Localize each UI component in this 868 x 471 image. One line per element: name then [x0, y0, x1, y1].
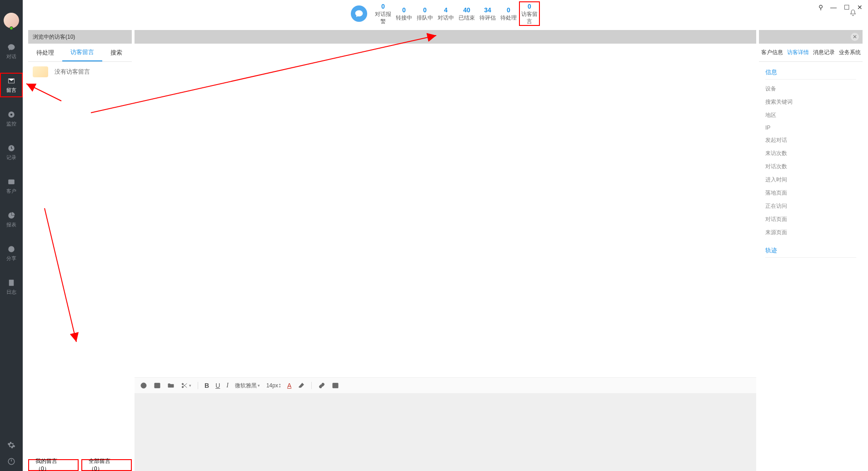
nav-label: 监控 — [6, 120, 16, 127]
nav-label: 日志 — [6, 289, 16, 296]
info-enter-time: 进入时间 — [765, 173, 856, 186]
nav-label: 客户 — [6, 188, 16, 195]
conversation-header — [135, 30, 756, 44]
share-icon — [7, 245, 15, 253]
font-name-select[interactable]: 微软雅黑▾ — [235, 382, 260, 390]
svg-rect-5 — [9, 280, 14, 286]
stat-queue[interactable]: 0排队中 — [414, 6, 435, 21]
editor-toolbar: ▾ B U I 微软雅黑▾ 14px▴▾ A — [135, 377, 756, 394]
conversation-body — [135, 44, 756, 377]
nav-customer[interactable]: 客户 — [0, 174, 23, 198]
info-source-page: 来源页面 — [765, 226, 856, 239]
nav-report[interactable]: 报表 — [0, 207, 23, 232]
stat-pending-eval[interactable]: 34待评估 — [477, 6, 498, 21]
info-start-chat: 发起对话 — [765, 134, 856, 147]
conversation-panel: ▾ B U I 微软雅黑▾ 14px▴▾ A — [135, 30, 756, 471]
tab-pending[interactable]: 待处理 — [28, 44, 62, 61]
svg-point-12 — [182, 383, 183, 385]
doc-icon — [7, 279, 15, 287]
nav-record[interactable]: 记录 — [0, 140, 23, 165]
nav-label: 报表 — [6, 221, 16, 228]
font-color-button[interactable]: A — [287, 382, 291, 389]
eraser-icon[interactable] — [298, 382, 305, 389]
visitor-panel: 浏览中的访客(10) 待处理 访客留言 搜索 没有访客留言 我的留言 （0） 全… — [28, 30, 132, 471]
bottom-tabs: 我的留言 （0） 全部留言 （0） — [28, 457, 132, 471]
chevron-down-icon[interactable]: ▾ — [189, 383, 191, 388]
eye-icon — [7, 110, 15, 119]
svg-point-4 — [8, 246, 15, 252]
svg-point-1 — [10, 113, 13, 115]
separator — [311, 382, 312, 389]
nav-label: 分享 — [6, 255, 16, 262]
svg-point-10 — [144, 385, 145, 385]
empty-text: 没有访客留言 — [55, 68, 90, 76]
message-input[interactable] — [135, 394, 756, 471]
svg-point-13 — [182, 386, 183, 388]
visitor-panel-header: 浏览中的访客(10) — [28, 30, 132, 44]
info-chat-page: 对话页面 — [765, 213, 856, 226]
font-size-select[interactable]: 14px▴▾ — [266, 382, 281, 389]
avatar[interactable] — [4, 13, 19, 28]
image-icon[interactable] — [154, 382, 161, 389]
nav-label: 记录 — [6, 154, 16, 161]
folder-icon[interactable] — [167, 382, 175, 389]
details-header: ✕ — [759, 30, 863, 44]
info-keyword: 搜索关键词 — [765, 95, 856, 109]
section-track-title: 轨迹 — [765, 244, 856, 258]
visitor-panel-tabs: 待处理 访客留言 搜索 — [28, 44, 132, 62]
stat-bubble-icon — [351, 5, 367, 22]
stat-transfer[interactable]: 0转接中 — [394, 6, 414, 21]
stat-chatting[interactable]: 4对话中 — [435, 6, 456, 21]
info-visiting: 正在访问 — [765, 200, 856, 213]
stat-visitor-message[interactable]: 0访客留言 — [519, 1, 540, 26]
tab-all-messages[interactable]: 全部留言 （0） — [81, 459, 132, 471]
nav-log[interactable]: 日志 — [0, 275, 23, 299]
link-icon[interactable] — [318, 382, 325, 389]
nav-message[interactable]: 留言 — [0, 73, 23, 97]
chat-icon — [7, 43, 15, 51]
nav-chat[interactable]: 对话 — [0, 39, 23, 64]
empty-icon — [33, 66, 48, 77]
stat-alert[interactable]: 0对话报警 — [373, 2, 394, 25]
nav-monitor[interactable]: 监控 — [0, 106, 23, 131]
close-panel-icon[interactable]: ✕ — [851, 33, 859, 41]
pie-icon — [7, 211, 15, 220]
stat-pending[interactable]: 0待处理 — [498, 6, 519, 21]
nav-label: 对话 — [6, 53, 16, 60]
clock-icon — [7, 144, 15, 152]
emoji-icon[interactable] — [140, 382, 147, 389]
mail-icon — [7, 77, 15, 85]
underline-button[interactable]: U — [215, 382, 220, 389]
id-card-icon — [7, 178, 15, 186]
svg-point-9 — [142, 385, 143, 385]
details-body: 信息 设备 搜索关键词 地区 IP 发起对话 来访次数 对话次数 进入时间 落地… — [759, 62, 863, 471]
stat-ended[interactable]: 40已结束 — [456, 6, 477, 21]
tab-message-record[interactable]: 消息记录 — [811, 44, 837, 61]
info-device: 设备 — [765, 82, 856, 95]
settings-icon[interactable] — [7, 441, 15, 449]
info-visit-count: 来访次数 — [765, 147, 856, 160]
tab-customer-info[interactable]: 客户信息 — [759, 44, 785, 61]
info-landing-page: 落地页面 — [765, 186, 856, 200]
tab-search[interactable]: 搜索 — [102, 44, 130, 61]
tab-business-system[interactable]: 业务系统 — [837, 44, 863, 61]
visitor-list: 没有访客留言 — [28, 62, 132, 457]
notification-bell-icon[interactable] — [849, 9, 857, 19]
picture-icon[interactable] — [332, 382, 339, 389]
italic-button[interactable]: I — [226, 382, 229, 389]
nav-label: 留言 — [6, 87, 16, 94]
tab-visitor-message[interactable]: 访客留言 — [62, 44, 102, 61]
info-region: 地区 — [765, 109, 856, 122]
section-info-title: 信息 — [765, 65, 856, 80]
empty-state: 没有访客留言 — [28, 62, 132, 82]
nav-share[interactable]: 分享 — [0, 241, 23, 266]
separator — [198, 382, 198, 389]
status-online-icon — [10, 26, 13, 30]
tab-my-messages[interactable]: 我的留言 （0） — [28, 459, 79, 471]
bold-button[interactable]: B — [205, 382, 209, 389]
tab-visitor-detail[interactable]: 访客详情 — [785, 44, 811, 61]
power-icon[interactable] — [7, 457, 15, 466]
info-chat-count: 对话次数 — [765, 160, 856, 173]
scissors-icon[interactable] — [181, 382, 188, 389]
svg-point-15 — [334, 384, 335, 386]
